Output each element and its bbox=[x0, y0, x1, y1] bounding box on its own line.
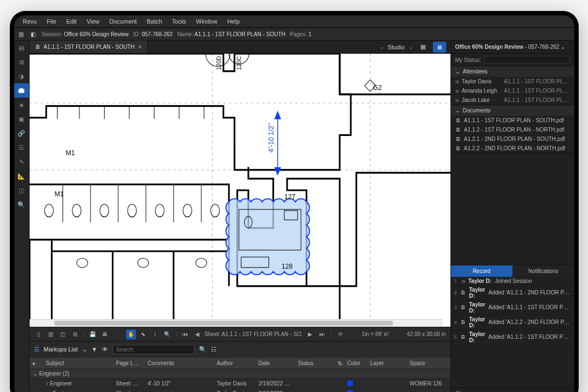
view-single-icon[interactable]: ▯ bbox=[34, 329, 44, 339]
col-color[interactable]: Color bbox=[344, 360, 367, 366]
document-row[interactable]: 🗎A1.2.2 - 2ND FLOOR PLAN - NORTH.pdf bbox=[451, 144, 574, 153]
markup-date: 2/19/2022 11:48:19 ... bbox=[255, 380, 295, 387]
view-split-icon[interactable]: ◫ bbox=[58, 329, 68, 339]
document-row[interactable]: 🗎A1.1.1 - 1ST FLOOR PLAN - SOUTH.pdf bbox=[451, 116, 574, 125]
file-icon: 🗎 bbox=[460, 319, 466, 325]
col-subject[interactable]: Subject bbox=[43, 360, 113, 366]
col-comments[interactable]: Comments bbox=[145, 360, 214, 366]
tab-notifications[interactable]: Notifications bbox=[512, 265, 574, 277]
tool-links-icon[interactable]: 🔗 bbox=[14, 126, 29, 140]
svg-marker-29 bbox=[275, 168, 280, 175]
left-toolbar: ▤ ⊞ ◑ ◈ ▣ 🔗 ☰ ✎ 📐 ◫ 🔍 bbox=[14, 41, 30, 392]
save-icon[interactable]: 💾 bbox=[88, 329, 98, 339]
tool-file-access-icon[interactable]: ▤ bbox=[14, 41, 29, 55]
menu-tools[interactable]: Tools bbox=[168, 17, 191, 26]
tool-toolchest-icon[interactable] bbox=[14, 83, 29, 98]
menu-view[interactable]: View bbox=[82, 17, 104, 26]
zoom-tool-icon[interactable]: 🔍 bbox=[162, 329, 172, 339]
view-grid-icon[interactable]: ⊞ bbox=[70, 329, 80, 339]
markups-search-input[interactable] bbox=[112, 345, 195, 354]
studio-label[interactable]: Studio bbox=[387, 44, 404, 50]
studio-sessions-icon[interactable]: 🖥 bbox=[433, 42, 446, 53]
col-expand[interactable]: ▸ bbox=[30, 360, 43, 366]
chevron-down-icon[interactable]: ⌄ bbox=[561, 44, 565, 50]
tab-chevron-down-icon[interactable]: ⌄ bbox=[379, 43, 384, 50]
tool-signatures-icon[interactable]: ✎ bbox=[14, 155, 29, 169]
tool-sets-icon[interactable]: ▣ bbox=[14, 112, 29, 126]
session-id-value: 057-768-262 bbox=[141, 31, 173, 37]
record-row[interactable]: 5🗎Taylor D:Added 'A1.1.2 - 1ST FLOOR PLA… bbox=[451, 330, 574, 345]
rotate-icon[interactable]: ⟳ bbox=[335, 329, 345, 339]
markup-row[interactable]: ↕ Engineer Sheet: A1.1.1 ... 4'-10 1/2" … bbox=[30, 379, 450, 389]
record-row[interactable]: 2🗎Taylor D:Added 'A1.2.1 - 2ND FLOOR PLA… bbox=[451, 286, 574, 300]
filter-icon[interactable]: ▼ bbox=[92, 346, 98, 353]
view-continuous-icon[interactable]: ▥ bbox=[46, 329, 56, 339]
search-icon[interactable]: 🔍 bbox=[199, 346, 207, 353]
session-pages-label: Pages: bbox=[290, 31, 307, 37]
last-page-icon[interactable]: ⏭ bbox=[317, 329, 327, 339]
chat-bar[interactable]: Chat bbox=[451, 388, 574, 392]
tool-forms-icon[interactable]: ☰ bbox=[14, 140, 29, 155]
room-label-120c: 120C bbox=[236, 56, 242, 70]
columns-icon[interactable]: ☷ bbox=[211, 346, 216, 353]
pan-tool-icon[interactable]: ✋ bbox=[126, 329, 136, 339]
menu-edit[interactable]: Edit bbox=[62, 17, 81, 26]
record-row[interactable]: 4🗎Taylor D:Added 'A1.2.2 - 2ND FLOOR PLA… bbox=[451, 315, 574, 330]
prev-page-icon[interactable]: ◀ bbox=[192, 329, 202, 339]
document-icon: 🗎 bbox=[35, 44, 41, 50]
markups-menu-icon[interactable]: ☰ bbox=[34, 346, 39, 353]
menu-revu[interactable]: Revu bbox=[19, 17, 42, 26]
document-row[interactable]: 🗎A1.2.1 - 2ND FLOOR PLAN - SOUTH.pdf bbox=[451, 134, 574, 144]
markups-group-row[interactable]: ⌄ Engineer (2) bbox=[30, 369, 450, 379]
document-tab[interactable]: 🗎 A1.1.1 - 1ST FLOOR PLAN - SOUTH ✕ bbox=[30, 41, 149, 53]
attendee-row[interactable]: ⌾Jacob LakeA1.1.1 - 1ST FLOOR PLAN - SO bbox=[451, 95, 574, 105]
menu-document[interactable]: Document bbox=[105, 17, 141, 26]
documents-header[interactable]: ⌄Documents bbox=[451, 105, 574, 116]
tool-measure-icon[interactable]: 📐 bbox=[14, 169, 29, 183]
col-space[interactable]: Space bbox=[407, 360, 450, 366]
col-status[interactable]: Status bbox=[295, 360, 334, 366]
record-row[interactable]: 3🗎Taylor D:Added 'A1.1.1 - 1ST FLOOR PLA… bbox=[451, 300, 574, 315]
col-sort-icon[interactable]: ⇅ bbox=[334, 360, 344, 366]
panel-toggle-icon[interactable]: ◧ bbox=[30, 30, 37, 38]
menu-window[interactable]: Window bbox=[192, 17, 222, 26]
tool-layers-icon[interactable]: ◈ bbox=[14, 98, 29, 112]
attendee-row[interactable]: ⌾Taylor DavisA1.1.1 - 1ST FLOOR PLAN - S… bbox=[451, 77, 574, 86]
col-page-label[interactable]: Page Label bbox=[113, 360, 145, 366]
sheet-name-field[interactable] bbox=[204, 331, 303, 337]
close-icon[interactable]: ✕ bbox=[138, 44, 142, 50]
tool-search-icon[interactable]: 🔍 bbox=[14, 197, 29, 212]
document-row[interactable]: 🗎A1.1.2 - 1ST FLOOR PLAN - NORTH.pdf bbox=[451, 125, 574, 134]
menu-batch[interactable]: Batch bbox=[142, 17, 167, 26]
select-tool-icon[interactable]: ⬉ bbox=[138, 329, 148, 339]
attendee-doc: A1.1.1 - 1ST FLOOR PLAN - SO bbox=[504, 78, 570, 84]
markup-row[interactable]: ☁ Engineer Sheet: A1.1.1 ... Taylor Davi… bbox=[30, 389, 450, 392]
tool-thumbnails-icon[interactable]: ⊞ bbox=[14, 55, 29, 69]
studio-chevron-down-icon[interactable]: ⌄ bbox=[408, 43, 413, 50]
col-date[interactable]: Date bbox=[255, 360, 295, 366]
tool-properties-icon[interactable]: ◑ bbox=[14, 69, 29, 83]
first-page-icon[interactable]: ⏮ bbox=[180, 329, 190, 339]
my-status-input[interactable] bbox=[484, 56, 570, 64]
attendees-header[interactable]: ⌄Attendees bbox=[451, 66, 574, 77]
record-row[interactable]: 1⌾Taylor D:Joined Session bbox=[451, 277, 574, 286]
next-page-icon[interactable]: ▶ bbox=[305, 329, 315, 339]
studio-projects-icon[interactable]: ▦ bbox=[416, 42, 430, 53]
dimension-icon: ↕ bbox=[46, 380, 49, 387]
markup-color-swatch bbox=[347, 380, 353, 386]
chevron-down-icon[interactable]: ⌄ bbox=[82, 346, 87, 353]
tab-record[interactable]: Record bbox=[451, 265, 513, 277]
attendee-row[interactable]: ⌾Amanda LeighA1.1.1 - 1ST FLOOR PLAN - S… bbox=[451, 86, 574, 95]
menu-help[interactable]: Help bbox=[223, 17, 244, 26]
visibility-icon[interactable]: 👁 bbox=[102, 346, 108, 353]
drawing-canvas[interactable]: 4'-10 1/2" G2 M1 M1 127 128 120D 120C bbox=[30, 54, 450, 327]
tool-spaces-icon[interactable]: ◫ bbox=[14, 183, 29, 197]
panel-left-icon[interactable]: ▥ bbox=[18, 30, 25, 38]
col-author[interactable]: Author bbox=[214, 360, 255, 366]
col-layer[interactable]: Layer bbox=[367, 360, 407, 366]
text-select-icon[interactable]: Ꭵ bbox=[150, 329, 160, 339]
menu-file[interactable]: File bbox=[42, 17, 61, 26]
horizontal-scrollbar[interactable] bbox=[30, 319, 443, 327]
scale-readout: 1in = 8ft' in' bbox=[362, 331, 389, 337]
print-icon[interactable]: 🖶 bbox=[100, 329, 110, 339]
